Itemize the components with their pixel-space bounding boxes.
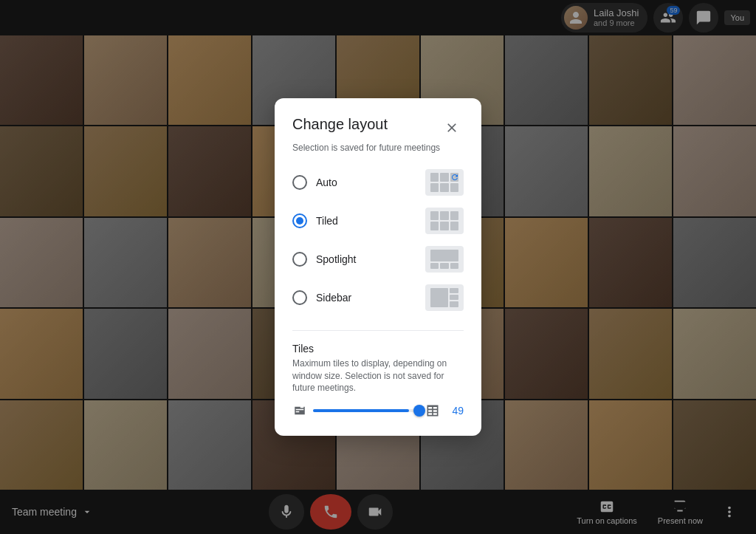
radio-tiled (292, 213, 307, 228)
tiles-min-icon (292, 403, 307, 418)
radio-sidebar (292, 290, 307, 305)
sidebar-layout-icon (425, 284, 464, 311)
tiles-section: Tiles Maximum tiles to display, dependin… (292, 330, 464, 418)
modal-subtitle: Selection is saved for future meetings (292, 143, 464, 153)
layout-option-sidebar[interactable]: Sidebar (292, 280, 464, 315)
layout-option-tiled[interactable]: Tiled (292, 203, 464, 239)
modal-header: Change layout (292, 116, 464, 140)
modal-title: Change layout (292, 116, 388, 133)
auto-layout-icon (425, 169, 464, 196)
layout-label-spotlight: Spotlight (316, 253, 356, 265)
radio-auto (292, 175, 307, 190)
tiles-description: Maximum tiles to display, depending on w… (292, 357, 464, 394)
tiled-layout-icon (425, 208, 464, 234)
close-modal-button[interactable] (440, 116, 464, 140)
modal-overlay[interactable]: Change layout Selection is saved for fut… (0, 0, 756, 534)
layout-option-auto[interactable]: Auto (292, 165, 464, 200)
layout-options: Auto (292, 165, 464, 315)
layout-label-sidebar: Sidebar (316, 292, 351, 304)
radio-spotlight (292, 252, 307, 267)
layout-option-spotlight[interactable]: Spotlight (292, 242, 464, 277)
tiles-slider-row: 49 (292, 403, 464, 418)
layout-label-auto: Auto (316, 177, 337, 188)
layout-label-tiled: Tiled (316, 215, 338, 227)
tiles-max-icon (425, 403, 440, 418)
spotlight-layout-icon (425, 246, 464, 273)
tiles-value: 49 (446, 405, 464, 417)
tiles-title: Tiles (292, 343, 464, 355)
change-layout-modal: Change layout Selection is saved for fut… (275, 98, 481, 436)
tiles-slider[interactable] (313, 403, 419, 418)
